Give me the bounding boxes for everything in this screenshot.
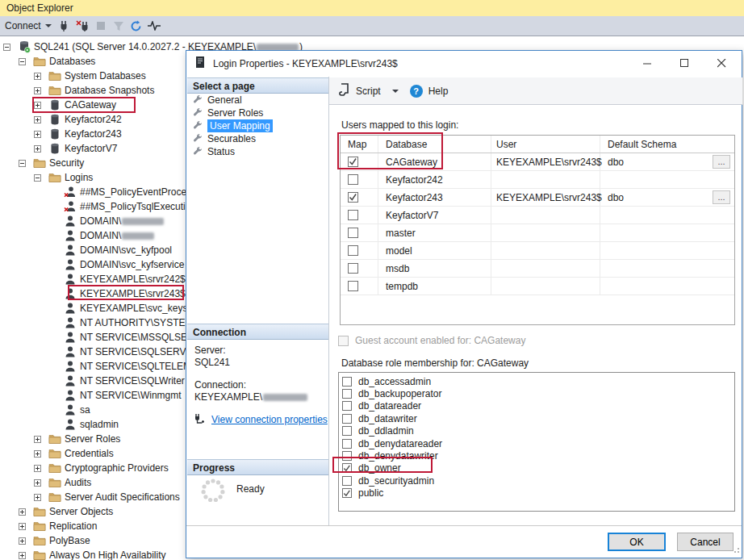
expand-icon[interactable] xyxy=(34,73,41,80)
table-row-keyfactor243[interactable]: Keyfactor243 KEYEXAMPLE\srvr243$ dbo... xyxy=(341,189,734,207)
map-checkbox[interactable] xyxy=(348,263,358,274)
expand-icon[interactable] xyxy=(34,131,41,138)
help-icon[interactable]: ? xyxy=(410,85,423,98)
expand-icon[interactable] xyxy=(34,465,41,472)
role-item-db-backupoperator[interactable]: db_backupoperator xyxy=(339,387,734,399)
activity-monitor-icon[interactable] xyxy=(145,18,163,34)
table-row-model[interactable]: model xyxy=(341,242,734,260)
role-item-db-datawriter[interactable]: db_datawriter xyxy=(339,412,734,424)
ok-button[interactable]: OK xyxy=(608,533,666,551)
resize-grip[interactable] xyxy=(732,545,740,556)
col-header-map: Map xyxy=(341,136,378,153)
script-dropdown-icon[interactable] xyxy=(392,90,399,93)
progress-status: Ready xyxy=(236,483,265,495)
role-item-db-denydatawriter[interactable]: db_denydatawriter xyxy=(339,449,734,462)
role-item-db-ddladmin[interactable]: db_ddladmin xyxy=(339,425,734,437)
expand-icon[interactable] xyxy=(19,537,26,545)
connection-plug-icon xyxy=(194,413,206,426)
object-explorer-title: Object Explorer xyxy=(0,0,744,16)
expand-icon[interactable] xyxy=(34,87,41,94)
table-row-keyfactor242[interactable]: Keyfactor242 xyxy=(341,171,734,189)
expand-icon[interactable] xyxy=(34,494,41,501)
role-label: db_datareader xyxy=(358,400,421,412)
role-item-db-accessadmin[interactable]: db_accessadmin xyxy=(339,375,734,387)
map-checkbox[interactable] xyxy=(348,157,358,167)
table-row-master[interactable]: master xyxy=(341,224,734,242)
map-checkbox[interactable] xyxy=(348,174,358,185)
role-checkbox[interactable] xyxy=(342,488,352,498)
database-icon xyxy=(48,127,61,140)
role-checkbox[interactable] xyxy=(342,463,352,473)
role-item-db-denydatareader[interactable]: db_denydatareader xyxy=(339,437,734,449)
view-connection-properties-link[interactable]: View connection properties xyxy=(211,414,328,425)
table-row-keyfactorv7[interactable]: KeyfactorV7 xyxy=(341,207,734,224)
database-role-list: db_accessadmin db_backupoperator db_data… xyxy=(338,372,735,512)
folder-icon xyxy=(33,534,46,547)
refresh-icon[interactable] xyxy=(127,18,145,34)
role-checkbox[interactable] xyxy=(342,439,352,449)
collapse-icon[interactable] xyxy=(3,44,10,51)
map-checkbox[interactable] xyxy=(348,245,358,256)
page-item-server-roles[interactable]: Server Roles xyxy=(193,107,263,119)
maximize-button[interactable] xyxy=(666,51,703,76)
minimize-button[interactable] xyxy=(629,51,666,76)
map-checkbox[interactable] xyxy=(348,281,358,291)
expand-icon[interactable] xyxy=(19,508,26,516)
page-item-user-mapping[interactable]: User Mapping xyxy=(193,119,273,132)
role-item-db-securityadmin[interactable]: db_securityadmin xyxy=(339,474,734,487)
role-checkbox[interactable] xyxy=(342,451,352,461)
help-button[interactable]: Help xyxy=(428,86,449,97)
role-checkbox[interactable] xyxy=(342,377,352,387)
guest-account-checkbox xyxy=(338,336,349,346)
page-item-general[interactable]: General xyxy=(193,94,242,107)
wrench-icon xyxy=(193,146,203,158)
script-icon xyxy=(339,83,350,98)
role-item-db-datareader[interactable]: db_datareader xyxy=(339,400,734,412)
expand-icon[interactable] xyxy=(34,102,41,109)
user-icon xyxy=(64,374,77,387)
user-icon xyxy=(64,316,77,329)
role-checkbox[interactable] xyxy=(342,389,352,399)
collapse-icon[interactable] xyxy=(19,160,26,167)
disconnect-plug-icon[interactable] xyxy=(74,18,92,34)
expand-icon[interactable] xyxy=(34,450,41,458)
user-icon xyxy=(64,258,77,271)
user-icon xyxy=(64,287,77,300)
cancel-button[interactable]: Cancel xyxy=(677,533,734,551)
role-item-public[interactable]: public xyxy=(339,487,734,499)
table-row-msdb[interactable]: msdb xyxy=(341,260,734,278)
role-checkbox[interactable] xyxy=(342,414,352,424)
user-icon xyxy=(64,418,77,431)
role-checkbox[interactable] xyxy=(342,401,352,411)
map-checkbox[interactable] xyxy=(348,210,358,220)
map-checkbox[interactable] xyxy=(348,228,358,238)
expand-icon[interactable] xyxy=(34,145,41,153)
collapse-icon[interactable] xyxy=(19,58,26,65)
folder-icon xyxy=(48,171,61,184)
connect-dropdown-button[interactable]: Connect xyxy=(0,19,56,33)
table-row-cagateway[interactable]: CAGateway KEYEXAMPLE\srvr243$ dbo... xyxy=(341,153,734,171)
table-row-tempdb[interactable]: tempdb xyxy=(341,278,734,295)
map-checkbox[interactable] xyxy=(348,192,358,203)
script-button[interactable]: Script xyxy=(356,86,381,97)
close-button[interactable] xyxy=(703,51,740,76)
expand-icon[interactable] xyxy=(34,479,41,487)
browse-schema-button[interactable]: ... xyxy=(713,190,730,204)
page-item-status[interactable]: Status xyxy=(193,145,235,158)
connect-plug-icon[interactable] xyxy=(56,18,74,34)
expand-icon[interactable] xyxy=(34,436,41,443)
expand-icon[interactable] xyxy=(19,552,26,559)
role-checkbox[interactable] xyxy=(342,476,352,486)
server-label: Server: xyxy=(194,345,226,356)
collapse-icon[interactable] xyxy=(34,174,41,182)
user-icon xyxy=(64,215,77,228)
expand-icon[interactable] xyxy=(34,116,41,123)
role-checkbox[interactable] xyxy=(342,426,352,436)
page-item-securables[interactable]: Securables xyxy=(193,132,256,145)
expand-icon[interactable] xyxy=(19,523,26,530)
role-item-db-owner[interactable]: db_owner xyxy=(339,462,734,474)
user-icon xyxy=(64,302,77,315)
browse-schema-button[interactable]: ... xyxy=(713,155,730,169)
user-icon xyxy=(64,244,77,257)
folder-icon xyxy=(48,69,61,82)
